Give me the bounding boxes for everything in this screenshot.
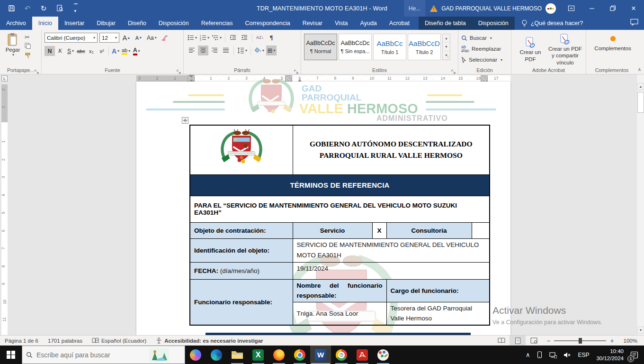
align-center-button[interactable] <box>198 46 208 55</box>
font-dialog-launcher[interactable] <box>177 68 181 73</box>
minimize-button[interactable] <box>581 0 602 17</box>
copy-icon[interactable] <box>25 42 31 51</box>
taskbar-firefox-icon[interactable] <box>268 346 289 364</box>
scroll-up-icon[interactable]: ▲ <box>637 83 644 90</box>
shrink-font-button[interactable]: A▼ <box>134 33 144 43</box>
tray-language[interactable]: ESP <box>574 346 592 364</box>
tell-me-box[interactable]: ¿Qué desea hacer? <box>515 17 590 30</box>
close-button[interactable]: × <box>623 0 644 17</box>
numbering-button[interactable]: 123▾ <box>199 33 210 43</box>
styles-scrollbar[interactable]: ▲▼▼̲ <box>442 34 450 60</box>
taskbar-copilot-icon[interactable] <box>185 346 206 364</box>
scroll-down-icon[interactable]: ▼ <box>637 327 644 334</box>
paragraph-dialog-launcher[interactable] <box>294 68 299 73</box>
strikethrough-button[interactable]: abc <box>76 46 86 56</box>
tab-diseno[interactable]: Diseño <box>122 17 152 30</box>
save-icon[interactable] <box>7 4 16 13</box>
clipboard-dialog-launcher[interactable] <box>35 68 39 73</box>
align-right-button[interactable] <box>209 46 220 55</box>
undo-icon[interactable]: ↶ <box>23 4 32 13</box>
tray-phone-icon[interactable] <box>533 346 546 364</box>
borders-button[interactable]: ⊞▾ <box>266 46 277 55</box>
superscript-button[interactable]: x² <box>97 46 107 56</box>
word-count[interactable]: 1701 palabras <box>43 336 87 346</box>
tab-selector[interactable]: L <box>1 75 8 82</box>
taskbar-search[interactable] <box>22 346 185 364</box>
feedback-icon[interactable] <box>630 18 638 27</box>
tray-volume-muted-icon[interactable] <box>560 346 574 364</box>
bold-button[interactable]: N <box>45 46 55 56</box>
first-line-indent-marker[interactable] <box>189 75 194 78</box>
highlight-button[interactable]: ab▾ <box>121 46 131 56</box>
style-titulo1[interactable]: AaBbCc Título 1 <box>373 34 406 60</box>
bullets-button[interactable]: ▾ <box>187 33 198 43</box>
table-column-marker[interactable] <box>481 75 488 82</box>
paste-button[interactable]: Pegar▾ <box>3 33 23 63</box>
tab-disposicion-tabla[interactable]: Disposición <box>472 17 515 30</box>
text-effects-button[interactable]: A▾ <box>110 46 121 56</box>
notification-center-icon[interactable]: 1 <box>627 346 644 364</box>
format-painter-icon[interactable] <box>25 52 31 61</box>
taskbar-edge-icon[interactable] <box>206 346 227 364</box>
tab-diseno-de-tabla[interactable]: Diseño de tabla <box>419 17 472 30</box>
horizontal-ruler[interactable]: 321 1·2·3·4·5·6·7·8·9·10·11·12·13·14·15·… <box>136 75 510 82</box>
tab-revisar[interactable]: Revisar <box>296 17 329 30</box>
taskbar-word-icon[interactable]: W <box>310 346 331 364</box>
tray-expand-icon[interactable]: ∧ <box>522 346 534 364</box>
zoom-level[interactable]: 100% <box>619 336 644 346</box>
collapse-ribbon-icon[interactable]: ∧ <box>638 67 641 72</box>
account-area[interactable]: ! GAD PARROQUIAL VALLE HERMOSO <box>425 0 561 17</box>
proofing-status[interactable]: Español (Ecuador) <box>87 336 151 346</box>
tab-vista[interactable]: Vista <box>329 17 354 30</box>
tab-acrobat[interactable]: Acrobat <box>383 17 416 30</box>
tab-correspondencia[interactable]: Correspondencia <box>239 17 296 30</box>
vertical-ruler[interactable]: 21 1234567891011 <box>1 84 8 335</box>
tray-network-icon[interactable] <box>546 346 560 364</box>
print-layout-icon[interactable] <box>510 336 526 346</box>
font-size-select[interactable]: 12▾ <box>99 33 119 43</box>
style-normal[interactable]: AaBbCcDc ¶ Normal <box>304 34 337 60</box>
vertical-scrollbar[interactable]: ▲ ▼ <box>636 74 644 335</box>
taskbar-paint-icon[interactable] <box>373 346 394 364</box>
web-layout-icon[interactable] <box>526 336 542 346</box>
scrollbar-thumb[interactable] <box>637 92 644 113</box>
tab-insertar[interactable]: Insertar <box>58 17 90 30</box>
font-name-select[interactable]: Calibri (Cuerpo)▾ <box>45 33 98 43</box>
tab-dibujar[interactable]: Dibujar <box>90 17 122 30</box>
redo-icon[interactable]: ↻ <box>39 4 48 13</box>
taskbar-chrome-app-icon[interactable] <box>331 346 352 364</box>
taskbar-acrobat-icon[interactable] <box>352 346 373 364</box>
font-color-button[interactable]: A▾ <box>131 46 142 56</box>
tab-inicio[interactable]: Inicio <box>32 17 58 30</box>
align-left-button[interactable] <box>187 46 197 55</box>
create-pdf-button[interactable]: Crear un PDF <box>514 35 546 63</box>
customize-qat-icon[interactable]: ▔▾ <box>71 4 80 13</box>
taskbar-excel-icon[interactable]: X <box>248 346 268 364</box>
tab-referencias[interactable]: Referencias <box>195 17 239 30</box>
increase-indent-button[interactable] <box>239 33 250 43</box>
shading-button[interactable]: ▾ <box>253 46 265 55</box>
read-mode-icon[interactable] <box>493 336 510 346</box>
subscript-button[interactable]: x₂ <box>86 46 97 56</box>
avatar[interactable] <box>546 3 556 14</box>
print-preview-icon[interactable] <box>55 4 64 13</box>
search-input[interactable] <box>36 351 145 359</box>
start-button[interactable] <box>0 346 22 364</box>
create-pdf-share-button[interactable]: Crear un PDF y compartir vínculo <box>546 32 584 66</box>
tray-clock[interactable]: 10:40 30/12/2024 <box>592 348 627 362</box>
page-indicator[interactable]: Página 1 de 6 <box>0 336 43 346</box>
document-page[interactable]: GAD PARROQUIAL VALLE HERMOSO ADMINISTRAT… <box>136 82 510 335</box>
tdr-table[interactable]: GOBIERNO AUTÓNOMO DESCENTRALIZADO PARROQ… <box>189 125 490 326</box>
cut-icon[interactable]: ✂ <box>25 34 31 41</box>
style-sin-espaciado[interactable]: AaBbCcDc ¶ Sin espa... <box>339 34 372 60</box>
select-button[interactable]: Seleccionar▾ <box>461 55 509 64</box>
zoom-in-icon[interactable]: + <box>610 337 614 345</box>
zoom-out-icon[interactable]: − <box>546 337 550 345</box>
restore-button[interactable] <box>602 0 623 17</box>
tab-disposicion[interactable]: Disposición <box>152 17 195 30</box>
show-marks-button[interactable]: ¶ <box>266 33 277 43</box>
line-spacing-button[interactable]: ▾ <box>236 46 248 55</box>
clear-formatting-button[interactable] <box>160 33 170 43</box>
style-titulo2[interactable]: AaBbCcD Título 2 <box>408 34 441 60</box>
taskbar-chrome-icon[interactable] <box>289 346 310 364</box>
